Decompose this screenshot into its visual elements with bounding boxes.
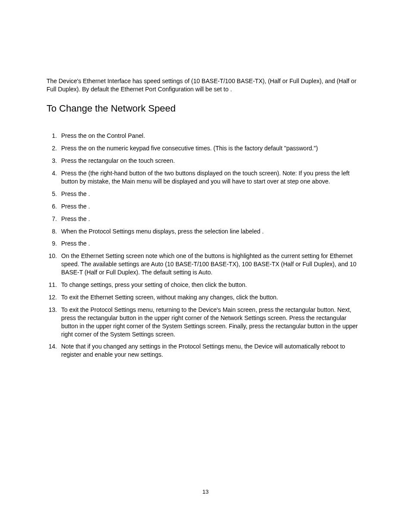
intro-paragraph: The Device's Ethernet Interface has spee… — [47, 77, 364, 93]
list-item: Press the . — [59, 240, 364, 248]
document-page: The Device's Ethernet Interface has spee… — [0, 0, 411, 496]
list-item: On the Ethernet Setting screen note whic… — [59, 252, 364, 277]
list-item: To change settings, press your setting o… — [59, 281, 364, 289]
list-item: Press the (the right-hand button of the … — [59, 169, 364, 186]
page-number: 13 — [47, 488, 364, 496]
list-item: Press the . — [59, 190, 364, 198]
steps-list: Press the on the Control Panel. Press th… — [47, 132, 364, 359]
list-item: When the Protocol Settings menu displays… — [59, 227, 364, 236]
list-item: Press the rectangular on the touch scree… — [59, 157, 364, 165]
list-item: Press the . — [59, 202, 364, 211]
list-item: Note that if you changed any settings in… — [59, 342, 364, 359]
list-item: To exit the Ethernet Setting screen, wit… — [59, 293, 364, 302]
list-item: To exit the Protocol Settings menu, retu… — [59, 306, 364, 339]
list-item: Press the on the numeric keypad five con… — [59, 144, 364, 152]
list-item: Press the . — [59, 215, 364, 223]
section-heading: To Change the Network Speed — [47, 102, 364, 115]
list-item: Press the on the Control Panel. — [59, 132, 364, 140]
